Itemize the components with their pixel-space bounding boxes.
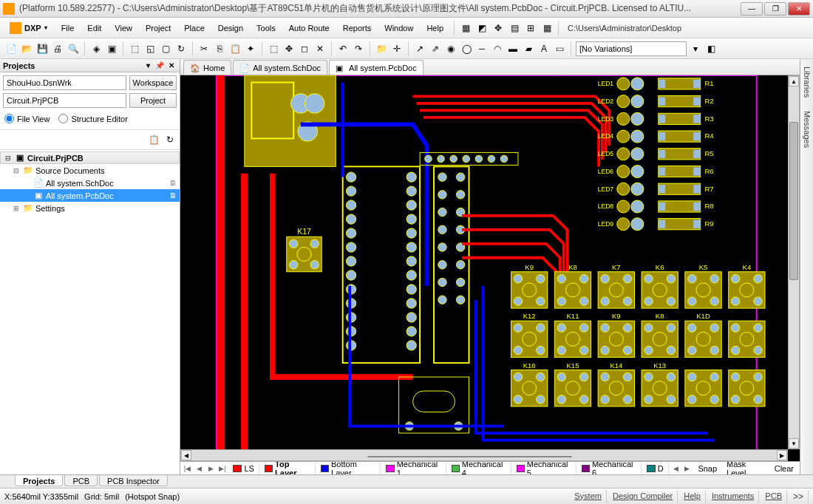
scroll-down-icon[interactable]: ▼ [789, 438, 799, 449]
menu-place[interactable]: Place [178, 21, 211, 35]
layer-scroll-left-icon[interactable]: ◀ [670, 463, 681, 474]
layer-nav-first-icon[interactable]: |◀ [182, 463, 193, 474]
status-link-pcb[interactable]: PCB [761, 490, 787, 503]
layer-tab-mech1[interactable]: Mechanical 1 [381, 463, 446, 474]
zoom-fit-icon[interactable]: ◱ [143, 42, 157, 55]
status-link-system[interactable]: System [570, 490, 607, 503]
close-button[interactable]: ✕ [788, 2, 810, 16]
filter-icon[interactable]: ▦ [459, 21, 472, 35]
tree-pcbdoc[interactable]: ▣ All system.PcbDoc 🗎 [0, 189, 180, 202]
right-tab-messages[interactable]: Messages [801, 106, 813, 152]
vertical-scrollbar[interactable]: ▲ ▼ [788, 75, 800, 449]
project-button[interactable]: Project [129, 93, 177, 108]
tab-schdoc[interactable]: 📄All system.SchDoc [233, 60, 327, 75]
menu-reports[interactable]: Reports [337, 21, 378, 35]
menu-edit[interactable]: Edit [81, 21, 107, 35]
save-icon[interactable]: 💾 [35, 42, 49, 55]
layer-nav-prev-icon[interactable]: ◀ [194, 463, 205, 474]
menu-auto-route[interactable]: Auto Route [283, 21, 336, 35]
new-icon[interactable]: 📄 [4, 42, 18, 55]
pcb-canvas[interactable]: LED1 R1 LED2 R2 LED3 R3 LED4 R4 LED5 R5 … [180, 75, 800, 461]
menu-help[interactable]: Help [421, 21, 449, 35]
grid-icon[interactable]: ▦ [540, 21, 554, 35]
redo-icon[interactable]: ↷ [352, 42, 365, 55]
maximize-button[interactable]: ❐ [764, 2, 786, 16]
scroll-right-icon[interactable]: ▶ [777, 450, 787, 460]
preview-icon[interactable]: 🔍 [67, 42, 80, 55]
layer-icon[interactable]: ▤ [508, 21, 521, 35]
refresh-icon[interactable]: ↻ [174, 42, 188, 55]
variations-select[interactable] [576, 41, 687, 56]
bottom-tab-projects[interactable]: Projects [15, 475, 63, 486]
project-input[interactable] [3, 93, 126, 108]
status-link-more[interactable]: >> [789, 490, 809, 503]
workspace-input[interactable] [3, 75, 126, 90]
place-via-icon[interactable]: ◉ [444, 42, 457, 55]
tab-home[interactable]: 🏠Home [183, 60, 231, 75]
schematic-icon[interactable]: ◈ [89, 42, 103, 55]
dxp-button[interactable]: DXP▾ [3, 20, 54, 36]
panel-close-icon[interactable]: ✕ [166, 61, 177, 71]
bottom-tab-pcb[interactable]: PCB [64, 475, 98, 486]
tree-source-documents[interactable]: ⊟📁 Source Documents [0, 164, 180, 177]
cross-probe-icon[interactable]: ✛ [390, 42, 404, 55]
layer-tab-d[interactable]: D [642, 463, 669, 474]
deselect-icon[interactable]: ◻ [298, 42, 311, 55]
cut-icon[interactable]: ✂ [197, 42, 211, 55]
structure-editor-radio[interactable]: Structure Editor [58, 114, 127, 123]
place-arc-icon[interactable]: ◠ [491, 42, 504, 55]
browse-icon[interactable]: 📁 [375, 42, 388, 55]
place-line-icon[interactable]: ─ [475, 42, 489, 55]
print-icon[interactable]: 🖨 [51, 42, 64, 55]
pcb-icon[interactable]: ▣ [105, 42, 118, 55]
tree-root[interactable]: ⊟▣ Circuit.PrjPCB [0, 151, 180, 164]
status-link-instruments[interactable]: Instruments [707, 490, 759, 503]
menu-project[interactable]: Project [140, 21, 177, 35]
move-icon[interactable]: ✥ [491, 21, 505, 35]
zoom-selected-icon[interactable]: ▢ [159, 42, 172, 55]
layer-tab-top[interactable]: Top Layer [260, 463, 316, 474]
3d-icon[interactable]: ◧ [704, 42, 718, 55]
scroll-up-icon[interactable]: ▲ [789, 76, 799, 86]
place-pad-icon[interactable]: ◯ [460, 42, 473, 55]
clear-icon[interactable]: ✕ [313, 42, 327, 55]
mask-level-button[interactable]: Mask Level [722, 461, 769, 474]
panel-pin-icon[interactable]: 📌 [154, 61, 165, 71]
menu-design[interactable]: Design [212, 21, 249, 35]
place-fill-icon[interactable]: ▬ [506, 42, 520, 55]
place-string-icon[interactable]: A [537, 42, 551, 55]
layer-tab-bottom[interactable]: Bottom Layer [316, 463, 381, 474]
layer-scroll-right-icon[interactable]: ▶ [682, 463, 693, 474]
clear-button[interactable]: Clear [770, 464, 798, 473]
rubber-stamp-icon[interactable]: ✦ [244, 42, 257, 55]
snap-button[interactable]: Snap [693, 464, 721, 473]
menu-window[interactable]: Window [378, 21, 419, 35]
tree-schdoc[interactable]: 📄 All system.SchDoc 🗎 [0, 177, 180, 189]
place-component-icon[interactable]: ▭ [553, 42, 566, 55]
copy-icon[interactable]: ⎘ [213, 42, 226, 55]
right-tab-libraries[interactable]: Libraries [801, 62, 813, 102]
select-icon[interactable]: ◩ [475, 21, 489, 35]
minimize-button[interactable]: — [741, 2, 763, 16]
scroll-left-icon[interactable]: ◀ [181, 450, 191, 460]
place-poly-icon[interactable]: ▰ [522, 42, 535, 55]
file-view-radio[interactable]: File View [4, 114, 50, 123]
status-link-help[interactable]: Help [679, 490, 706, 503]
bottom-tab-pcb-inspector[interactable]: PCB Inspector [99, 475, 168, 486]
var-dropdown-icon[interactable]: ▾ [689, 42, 702, 55]
layer-tab-mech4[interactable]: Mechanical 4 [447, 463, 511, 474]
route-icon[interactable]: ↗ [413, 42, 426, 55]
undo-icon[interactable]: ↶ [336, 42, 350, 55]
layer-nav-next-icon[interactable]: ▶ [205, 463, 217, 474]
menu-tools[interactable]: Tools [251, 21, 282, 35]
horizontal-scrollbar[interactable]: ◀ ▶ [180, 449, 788, 461]
project-options-icon[interactable]: 📋 [147, 133, 160, 146]
layer-ls-button[interactable]: LS [228, 463, 259, 474]
open-icon[interactable]: 📂 [20, 42, 33, 55]
zoom-area-icon[interactable]: ⬚ [128, 42, 141, 55]
select-inside-icon[interactable]: ⬚ [267, 42, 280, 55]
menu-view[interactable]: View [109, 21, 138, 35]
layer-tab-mech6[interactable]: Mechanical 6 [577, 463, 642, 474]
panel-dropdown-icon[interactable]: ▾ [143, 61, 153, 71]
move-selection-icon[interactable]: ✥ [282, 42, 296, 55]
